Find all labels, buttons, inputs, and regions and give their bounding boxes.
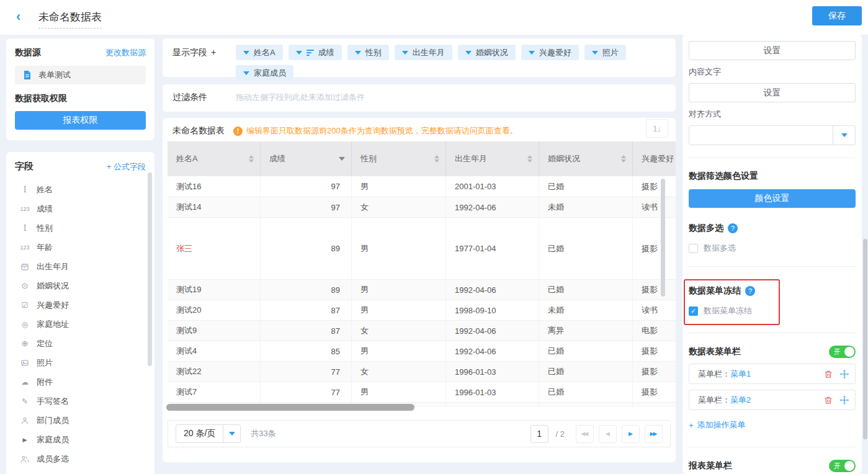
- chevron-down-icon[interactable]: [465, 51, 472, 55]
- field-item-定位[interactable]: ⊕定位: [15, 334, 146, 353]
- chevron-down-icon[interactable]: [243, 51, 249, 55]
- field-item-部门成员[interactable]: 部门成员: [15, 411, 146, 430]
- formula-field-link[interactable]: + 公式字段: [107, 161, 146, 172]
- align-select[interactable]: [689, 125, 856, 145]
- last-page-button[interactable]: ▶▶: [645, 425, 663, 443]
- prev-page-button[interactable]: ◀: [599, 425, 617, 443]
- page-size-select[interactable]: 20 条/页: [176, 424, 241, 443]
- first-page-button[interactable]: ◀◀: [576, 425, 594, 443]
- page-title[interactable]: 未命名数据表: [38, 10, 102, 29]
- table-column-header[interactable]: 姓名A: [168, 141, 261, 176]
- table-column-header[interactable]: 婚姻状况: [539, 141, 633, 176]
- field-item-兴趣爱好[interactable]: ☑兴趣爱好: [15, 295, 146, 315]
- help-icon[interactable]: ?: [728, 223, 738, 233]
- checkbox-unchecked-icon[interactable]: [689, 244, 698, 253]
- move-icon[interactable]: [840, 396, 849, 405]
- field-item-成绩[interactable]: 123成绩: [15, 199, 146, 218]
- field-item-家庭成员[interactable]: ▶家庭成员: [15, 430, 146, 449]
- multi-select-checkbox-label: 数据多选: [704, 243, 736, 254]
- align-select-value: [689, 126, 833, 145]
- multi-select-checkbox-row[interactable]: 数据多选: [689, 243, 856, 254]
- table-cell: 89: [261, 280, 352, 300]
- chevron-down-icon[interactable]: [592, 51, 598, 55]
- window-scrollbar[interactable]: [863, 239, 867, 439]
- table-row[interactable]: 张三89男1977-01-04已婚摄影: [168, 218, 676, 280]
- field-item-手写签名[interactable]: ✎手写签名: [15, 391, 146, 411]
- table-row[interactable]: 测试1497女1992-04-06未婚读书: [168, 197, 676, 218]
- chevron-down-icon[interactable]: [529, 51, 535, 55]
- save-button[interactable]: 保存: [812, 6, 862, 25]
- table-vertical-scrollbar[interactable]: [661, 179, 665, 297]
- chevron-down-icon[interactable]: [402, 51, 408, 55]
- table-cell: 摄影: [633, 218, 676, 279]
- display-field-chip[interactable]: 性别: [347, 45, 389, 60]
- chevron-down-icon[interactable]: [243, 71, 249, 75]
- field-item-出生年月[interactable]: 7出生年月: [15, 257, 146, 276]
- content-text-set-button[interactable]: 设置: [689, 83, 856, 102]
- page-number-input[interactable]: [530, 425, 548, 443]
- fields-scrollbar[interactable]: [148, 172, 152, 366]
- sort-icon[interactable]: [621, 155, 626, 163]
- sort-icon[interactable]: [434, 155, 439, 163]
- back-icon[interactable]: ‹: [16, 9, 20, 25]
- sort-icon[interactable]: [249, 155, 254, 163]
- change-datasource-link[interactable]: 更改数据源: [105, 47, 146, 58]
- table-row[interactable]: 测试987女1992-04-06离异电影: [168, 321, 676, 341]
- table-row[interactable]: 测试777男1996-01-03已婚摄影: [168, 382, 676, 403]
- field-item-姓名[interactable]: I姓名: [15, 180, 146, 199]
- table-cell: 已婚: [539, 362, 633, 382]
- menu-item-name-link[interactable]: 菜单2: [730, 395, 751, 406]
- table-row[interactable]: 测试2087男1998-09-10未婚读书: [168, 300, 676, 321]
- field-item-照片[interactable]: 照片: [15, 353, 146, 372]
- table-column-header[interactable]: 成绩: [261, 141, 352, 176]
- field-item-年龄[interactable]: 123年龄: [15, 238, 146, 257]
- display-field-chip[interactable]: 出生年月: [395, 45, 452, 60]
- table-row[interactable]: 测试1989男1992-04-06已婚摄影: [168, 280, 676, 300]
- display-field-chip[interactable]: 婚姻状况: [458, 45, 516, 60]
- sort-descending-icon[interactable]: [339, 157, 345, 161]
- add-display-field-button[interactable]: +: [211, 47, 216, 57]
- sort-tool-button[interactable]: 1↓: [646, 119, 668, 138]
- display-field-chip[interactable]: 家庭成员: [236, 65, 293, 81]
- chevron-down-icon: [223, 425, 240, 442]
- display-field-chip[interactable]: 兴趣爱好: [521, 45, 579, 60]
- move-icon[interactable]: [840, 370, 849, 378]
- menu-bar-item[interactable]: 菜单栏：菜单2: [689, 390, 856, 410]
- report-permission-button[interactable]: 报表权限: [15, 111, 146, 130]
- sort-icon[interactable]: [527, 155, 532, 163]
- color-set-button[interactable]: 颜色设置: [689, 189, 856, 208]
- total-count: 共33条: [251, 428, 275, 439]
- help-icon[interactable]: ?: [745, 286, 755, 296]
- chip-label: 性别: [365, 47, 382, 58]
- add-menu-link[interactable]: +添加操作菜单: [689, 419, 746, 431]
- menu-item-name-link[interactable]: 菜单1: [730, 369, 751, 380]
- next-page-button[interactable]: ▶: [622, 425, 640, 443]
- chevron-down-icon[interactable]: [355, 51, 361, 55]
- display-field-chip[interactable]: 成绩: [289, 45, 342, 60]
- table-row[interactable]: 测试485男1992-04-06已婚摄影: [168, 341, 676, 362]
- freeze-checkbox-row[interactable]: ✓ 数据菜单冻结: [689, 305, 851, 316]
- table-row[interactable]: 测试1697男2001-01-03已婚摄影: [168, 176, 676, 197]
- field-item-婚姻状况[interactable]: ⊙婚姻状况: [15, 276, 146, 295]
- filter-dropzone[interactable]: 拖动左侧字段到此处来添加过滤条件: [236, 92, 365, 104]
- title-text-set-button[interactable]: 设置: [689, 41, 856, 60]
- menu-bar-item[interactable]: 菜单栏：菜单1: [689, 364, 856, 384]
- table-menu-toggle[interactable]: 开: [829, 346, 856, 358]
- report-menu-toggle[interactable]: 开: [829, 460, 856, 472]
- chevron-down-icon[interactable]: [296, 51, 302, 55]
- table-horizontal-scrollbar[interactable]: [166, 404, 414, 411]
- table-column-header[interactable]: 兴趣爱好: [633, 141, 676, 176]
- table-column-header[interactable]: 性别: [352, 141, 446, 176]
- field-item-成员多选[interactable]: 成员多选: [15, 449, 146, 468]
- table-row[interactable]: 测试2277女1996-01-03已婚摄影: [168, 362, 676, 382]
- field-item-家庭地址[interactable]: ◎家庭地址: [15, 315, 146, 334]
- display-field-chip[interactable]: 姓名A: [236, 45, 283, 60]
- table-column-header[interactable]: 出生年月: [446, 141, 539, 176]
- field-item-附件[interactable]: ☁附件: [15, 372, 146, 391]
- trash-icon[interactable]: [824, 396, 833, 405]
- checkbox-checked-icon[interactable]: ✓: [689, 306, 698, 316]
- display-field-chip[interactable]: 照片: [584, 45, 626, 60]
- field-item-性别[interactable]: I性别: [15, 218, 146, 238]
- datasource-item[interactable]: 表单测试: [15, 66, 146, 84]
- trash-icon[interactable]: [824, 370, 833, 378]
